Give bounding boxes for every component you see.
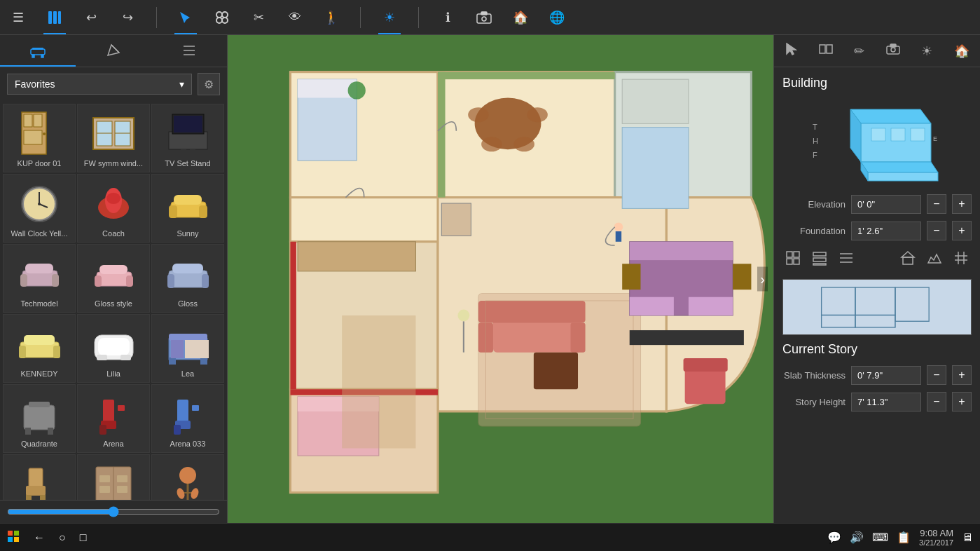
list-item[interactable]: Lea (151, 314, 224, 383)
tab-pointer[interactable] (779, 37, 803, 64)
list-item[interactable]: Quadrante (3, 384, 76, 453)
list-item[interactable]: Techmodel (3, 244, 76, 313)
slab-increase[interactable]: + (952, 365, 972, 385)
list-item[interactable]: Coach (77, 174, 150, 243)
terrain-icon[interactable] (924, 247, 945, 272)
list-item[interactable]: Chair1 (3, 454, 76, 500)
menu-icon[interactable]: ☰ (7, 6, 29, 29)
favorites-dropdown[interactable]: Favorites ▾ (7, 74, 192, 95)
view-grid-icon[interactable] (782, 247, 803, 272)
svg-rect-139 (689, 297, 733, 315)
grid-lines-icon[interactable] (951, 247, 972, 272)
list-item[interactable]: Arena 033 (151, 384, 224, 453)
group-icon[interactable] (211, 6, 233, 29)
floor-plan-svg[interactable] (228, 35, 773, 523)
info-icon[interactable]: ℹ (436, 6, 459, 29)
svg-rect-65 (169, 334, 207, 341)
svg-rect-84 (26, 495, 32, 501)
list-item[interactable]: Wall Clock Yell... (3, 174, 76, 243)
size-slider-input[interactable] (7, 506, 220, 517)
screenshot-icon[interactable] (473, 6, 495, 29)
scissors-icon[interactable]: ✂ (247, 6, 270, 29)
back-button[interactable]: ← (34, 531, 45, 544)
list-item[interactable]: Gloss style (77, 244, 150, 313)
floorplan-thumbnail[interactable] (782, 279, 972, 335)
tab-furniture[interactable] (0, 35, 76, 67)
slab-value[interactable]: 0' 7.9" (851, 366, 921, 385)
undo-icon[interactable]: ↩ (80, 6, 102, 29)
tab-edit[interactable] (76, 35, 151, 67)
svg-rect-175 (815, 283, 938, 332)
list-item[interactable]: FW symm wind... (77, 104, 150, 172)
volume-icon[interactable]: 🔊 (850, 531, 864, 544)
tab-camera[interactable] (881, 38, 906, 64)
svg-rect-187 (14, 537, 19, 542)
svg-rect-45 (25, 264, 53, 273)
tab-list[interactable] (151, 35, 227, 67)
sun-icon[interactable]: ☀ (378, 6, 401, 29)
settings-button[interactable]: ⚙ (198, 73, 220, 95)
roof-icon[interactable] (897, 247, 918, 272)
svg-rect-132 (298, 242, 415, 271)
globe-icon[interactable]: 🌐 (546, 6, 568, 29)
redo-icon[interactable]: ↪ (116, 6, 139, 29)
list-item[interactable]: Decor (151, 454, 224, 500)
expand-arrow[interactable]: › (757, 267, 768, 292)
walk-icon[interactable]: 🚶 (320, 6, 343, 29)
svg-rect-159 (787, 252, 792, 257)
tab-walls[interactable] (813, 37, 838, 64)
svg-rect-54 (167, 274, 174, 288)
tab-sun[interactable]: ☀ (916, 38, 938, 64)
svg-rect-73 (48, 428, 53, 435)
separator3 (418, 7, 419, 28)
svg-rect-165 (813, 264, 826, 265)
chat-icon[interactable]: 💬 (827, 531, 841, 544)
svg-rect-134 (616, 231, 621, 242)
elevation-decrease[interactable]: − (927, 194, 946, 214)
date-display: 3/21/2017 (919, 538, 953, 547)
story-height-decrease[interactable]: − (927, 392, 946, 411)
slab-decrease[interactable]: − (927, 365, 946, 385)
elevation-increase[interactable]: + (952, 194, 972, 214)
svg-point-21 (43, 132, 46, 135)
keyboard-icon[interactable]: ⌨ (872, 531, 888, 544)
foundation-value[interactable]: 1' 2.6" (851, 222, 921, 240)
list-item[interactable]: Sunny (151, 174, 224, 243)
story-height-value[interactable]: 7' 11.3" (851, 393, 921, 411)
list-item[interactable]: TV Set Stand (151, 104, 224, 172)
svg-rect-76 (99, 425, 106, 435)
clipboard-icon[interactable]: 📋 (897, 531, 911, 544)
elevation-value[interactable]: 0' 0" (851, 195, 921, 214)
svg-rect-145 (827, 45, 832, 53)
view-icon[interactable]: 👁 (284, 6, 306, 29)
apps-button[interactable]: □ (80, 531, 87, 544)
svg-point-9 (482, 17, 486, 21)
view-lines-icon[interactable] (836, 247, 857, 272)
floor-label-f: F (813, 151, 818, 159)
list-item[interactable]: KUP door 01 (3, 104, 76, 172)
story-height-increase[interactable]: + (952, 392, 972, 411)
list-item[interactable]: Cabinet (77, 454, 150, 500)
svg-rect-13 (41, 55, 43, 57)
house-icon[interactable]: 🏠 (509, 6, 532, 29)
list-item[interactable]: Lilia (77, 314, 150, 383)
foundation-decrease[interactable]: − (927, 221, 946, 240)
story-height-row: Story Height 7' 11.3" − + (782, 392, 972, 411)
monitor-icon[interactable]: 🖥 (962, 531, 973, 544)
list-item[interactable]: Gloss (151, 244, 224, 313)
list-item[interactable]: Arena (77, 384, 150, 453)
foundation-increase[interactable]: + (952, 221, 972, 240)
svg-marker-152 (861, 162, 938, 172)
tab-home[interactable]: 🏠 (948, 38, 975, 64)
tab-pencil[interactable]: ✏ (848, 38, 870, 64)
top-toolbar: ☰ ↩ ↪ ✂ 👁 🚶 ☀ ℹ 🏠 🌐 (0, 0, 980, 35)
svg-point-109 (527, 107, 547, 122)
favorites-label: Favorites (15, 79, 55, 90)
start-button[interactable] (7, 530, 20, 545)
home-button[interactable]: ○ (59, 531, 66, 544)
svg-rect-113 (438, 72, 446, 198)
list-item[interactable]: KENNEDY (3, 314, 76, 383)
view-rows-icon[interactable] (809, 247, 830, 272)
library-icon[interactable] (43, 6, 66, 29)
select-icon[interactable] (174, 6, 197, 29)
